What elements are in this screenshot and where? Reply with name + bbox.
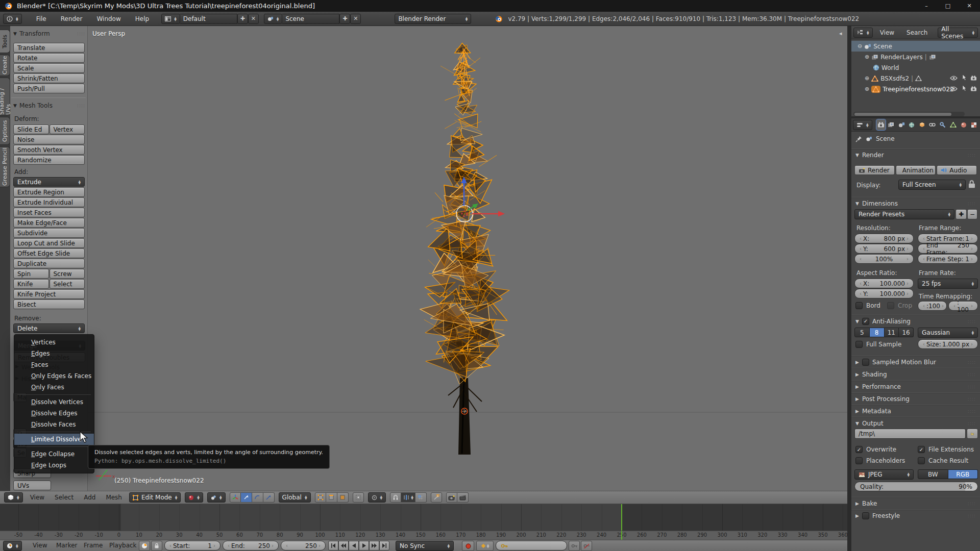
tool-button-loop-cut-and-slide[interactable]: Loop Cut and Slide (13, 238, 85, 248)
sidebar-tab-grease-pencil[interactable]: Grease Pencil (0, 146, 10, 187)
outliner-item-world[interactable]: World (851, 62, 980, 73)
minimize-button[interactable]: – (916, 0, 937, 12)
timeline-editor-type-selector[interactable]: ▲▼ (3, 541, 22, 551)
jump-to-end-icon[interactable] (379, 541, 389, 550)
panel-header-output[interactable]: ▼Output:::: (851, 417, 980, 429)
aa-sample-5[interactable]: 5 (854, 328, 870, 337)
timeline-ruler[interactable]: -50-40-30-20-100102030405060708090100110… (0, 531, 847, 540)
timeline-menu-marker[interactable]: Marker (53, 542, 80, 549)
screen-layout-icon-dropdown[interactable]: ▲▼ (161, 14, 180, 24)
use-preview-range-icon[interactable] (139, 541, 150, 551)
playhead[interactable] (621, 504, 622, 531)
outliner-editor-type-selector[interactable]: ▲▼ (853, 28, 873, 38)
tool-button-slide-ed[interactable]: Slide Ed (13, 124, 49, 134)
resolution-y-field[interactable]: ‹Y:600 px› (854, 244, 914, 254)
frame-rate-dropdown[interactable]: 25 fps▲▼ (918, 279, 978, 289)
play-reverse-icon[interactable] (349, 541, 359, 550)
viewport-editor-type-selector[interactable]: ▲▼ (4, 492, 23, 503)
resolution-x-field[interactable]: ‹X:800 px› (854, 234, 914, 243)
delete-keyframe-icon[interactable] (581, 541, 592, 551)
end-frame-field[interactable]: ‹End Frame:250› (918, 244, 978, 254)
panel-header-dimensions[interactable]: ▼Dimensions:::: (851, 197, 980, 209)
snap-element-dropdown[interactable]: ▲▼ (401, 492, 415, 503)
snap-magnet-icon[interactable] (390, 492, 401, 503)
output-path-field[interactable]: /tmp\ (854, 429, 966, 439)
placeholders-checkbox[interactable]: Placeholders (855, 457, 905, 464)
panel-header-post-processing[interactable]: ▶Post Processing:::: (851, 393, 980, 404)
outliner-item-renderlayers[interactable]: ⊕RenderLayers| (851, 52, 980, 62)
tool-button-shrink-fatten[interactable]: Shrink/Fatten (13, 73, 85, 83)
file-extensions-checkbox[interactable]: ✓File Extensions (918, 446, 974, 453)
viewport-3d[interactable]: User Persp (250) Treepineforestsnow022 x… (88, 26, 847, 491)
jump-to-start-icon[interactable] (328, 541, 338, 550)
tool-button-offset-edge-slide[interactable]: Offset Edge Slide (13, 248, 85, 258)
pivot-point-dropdown[interactable]: ▲▼ (207, 492, 226, 503)
viewport-shading-dropdown[interactable]: ▲▼ (185, 492, 203, 503)
transform-orientation-dropdown[interactable]: Global ▲▼ (279, 492, 311, 503)
opengl-render-animation-icon[interactable] (457, 492, 469, 503)
tool-button-screw[interactable]: Screw (50, 269, 85, 279)
tool-button-knife-project[interactable]: Knife Project (13, 289, 85, 299)
tool-button-subdivide[interactable]: Subdivide (13, 228, 85, 238)
render-presets-dropdown[interactable]: Render Presets▲▼ (854, 209, 954, 219)
preset-add-button[interactable]: ✚ (955, 209, 967, 219)
aa-filter-dropdown[interactable]: Gaussian▲▼ (918, 328, 978, 338)
tool-button-scale[interactable]: Scale (13, 63, 85, 73)
menu-item-only-edges-faces[interactable]: Only Edges & Faces (14, 370, 94, 382)
tool-button-uvs[interactable]: UVs (13, 481, 51, 490)
sidebar-tab-options[interactable]: Options (0, 117, 10, 145)
outliner-menu-view[interactable]: View (875, 29, 899, 36)
border-checkbox[interactable]: Bord (855, 302, 880, 309)
panel-header-metadata[interactable]: ▶Metadata:::: (851, 405, 980, 416)
tool-button-bisect[interactable]: Bisect (13, 299, 85, 309)
timeline-tracks[interactable] (0, 504, 847, 531)
render-engine-dropdown[interactable]: Blender Render▲▼ (395, 14, 471, 24)
overwrite-checkbox[interactable]: ✓Overwrite (855, 446, 896, 453)
outliner-menu-search[interactable]: Search (901, 29, 933, 36)
viewport-menu-view[interactable]: View (27, 494, 47, 501)
outliner-item-bsxsdfs2[interactable]: ⊕BSXsdfs2| (851, 73, 980, 84)
display-lock-icon[interactable] (968, 180, 976, 190)
panel-header-mesh-tools[interactable]: ▼Mesh Tools:::: (13, 101, 85, 110)
aa-sample-16[interactable]: 16 (899, 328, 914, 337)
scene-name-field[interactable]: Scene (282, 14, 339, 24)
frame-start-field[interactable]: ‹Start:1› (164, 541, 220, 550)
tool-button-knife[interactable]: Knife (13, 279, 49, 289)
tool-button-duplicate[interactable]: Duplicate (13, 259, 85, 268)
cache-result-checkbox[interactable]: Cache Result (918, 457, 968, 464)
audio-button[interactable]: Audio (937, 165, 977, 175)
tool-button-translate[interactable]: Translate (13, 43, 85, 53)
insert-keyframe-icon[interactable] (569, 541, 580, 551)
crop-checkbox[interactable]: Crop (887, 302, 912, 309)
display-mode-dropdown[interactable]: Full Screen▲▼ (898, 180, 966, 190)
lock-icon[interactable] (151, 541, 162, 551)
panel-header-render[interactable]: ▼Render:::: (851, 149, 980, 160)
manipulator-axis-icon[interactable] (230, 492, 241, 503)
extrude-dropdown[interactable]: Extrude▲▼ (13, 177, 85, 187)
previous-keyframe-icon[interactable] (338, 541, 349, 550)
full-sample-checkbox[interactable]: Full Sample (855, 341, 901, 348)
aa-size-field[interactable]: ‹Size:1.000 px› (918, 339, 978, 349)
aa-sample-8[interactable]: 8 (870, 328, 885, 337)
vertex-select-icon[interactable] (315, 492, 326, 503)
menu-item-edges[interactable]: Edges (14, 348, 94, 359)
outliner-scrollbar[interactable] (853, 112, 965, 116)
next-keyframe-icon[interactable] (369, 541, 379, 550)
editor-type-selector[interactable]: ▲▼ (3, 14, 22, 24)
timeline-menu-frame[interactable]: Frame (81, 542, 106, 549)
face-select-icon[interactable] (337, 492, 349, 503)
tool-button-vertex[interactable]: Vertex (50, 124, 85, 134)
scale-manipulator-icon[interactable] (263, 492, 275, 503)
quality-slider[interactable]: Quality:90% (854, 482, 978, 491)
time-remap-old-field[interactable]: ‹:100› (918, 301, 947, 311)
menu-item-dissolve-faces[interactable]: Dissolve Faces (14, 419, 94, 430)
render-button[interactable]: Render (854, 165, 895, 175)
tool-button-extrude-individual[interactable]: Extrude Individual (13, 197, 85, 207)
proportional-edit-dropdown[interactable]: ▲▼ (368, 492, 386, 503)
bw-button[interactable]: BW (918, 469, 948, 479)
tool-button-randomize[interactable]: Randomize (13, 155, 85, 165)
frame-step-field[interactable]: ‹Frame Step:1› (918, 254, 978, 264)
file-format-dropdown[interactable]: JPEG▲▼ (854, 469, 914, 480)
delete-dropdown[interactable]: Delete▲▼ (13, 323, 85, 333)
sidebar-tab-tools[interactable]: Tools (0, 30, 10, 53)
